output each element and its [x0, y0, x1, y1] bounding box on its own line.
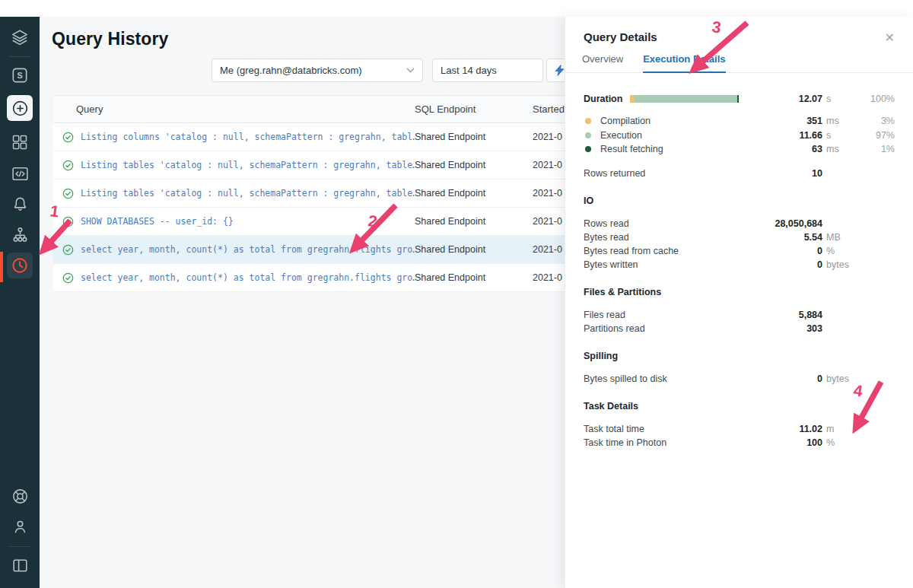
sidebar-divider: [9, 56, 30, 57]
panel-title: Query Details: [584, 30, 657, 43]
metric-value: 303: [806, 323, 822, 334]
app-window: S: [0, 17, 913, 588]
endpoint-cell: Shared Endpoint: [415, 272, 533, 283]
sidebar-divider: [9, 546, 30, 547]
metric-value: 11.02: [799, 424, 822, 434]
rows-returned-row: Rows returned 10: [584, 167, 895, 180]
plus-circle-icon: [9, 97, 30, 119]
metric-label: Execution: [600, 130, 642, 141]
metric-unit: %: [826, 246, 860, 256]
lightning-icon: [555, 65, 565, 76]
metric-label: Bytes spilled to disk: [584, 373, 667, 384]
result-fetching-dot-icon: [585, 146, 591, 152]
sql-persona-icon[interactable]: S: [9, 65, 30, 86]
metric-label: Result fetching: [600, 144, 663, 154]
duration-unit: s: [826, 94, 860, 104]
create-new-button[interactable]: [7, 95, 33, 121]
section-title-task-details: Task Details: [584, 401, 895, 415]
column-header-query: Query: [53, 103, 415, 115]
bar-segment-execution: [634, 95, 737, 103]
metric-value: 11.66: [799, 130, 822, 141]
compilation-dot-icon: [585, 118, 591, 124]
metric-row: Rows read 28,050,684: [584, 217, 895, 230]
success-check-icon: [62, 132, 75, 143]
metric-row: Files read 5,884: [584, 308, 895, 322]
success-check-icon: [62, 272, 75, 284]
metric-label: Rows returned: [584, 168, 645, 179]
date-range-select[interactable]: Last 14 days: [432, 59, 543, 82]
success-check-icon: [62, 244, 75, 256]
metric-row: Task time in Photon 100 %: [584, 436, 895, 450]
metric-unit: MB: [826, 232, 860, 243]
section-title-io: IO: [584, 195, 895, 209]
duration-value: 12.07: [799, 94, 822, 104]
dashboards-icon[interactable]: [9, 132, 30, 153]
metric-label: Files read: [584, 310, 625, 320]
query-text: Listing tables 'catalog : null, schemaPa…: [81, 188, 415, 199]
section-title-files-partitions: Files & Partitions: [584, 287, 895, 300]
endpoint-cell: Shared Endpoint: [415, 188, 533, 199]
metric-unit: %: [826, 437, 860, 448]
execution-dot-icon: [585, 132, 591, 138]
sql-editor-icon[interactable]: [9, 163, 30, 184]
metric-unit: bytes: [826, 373, 860, 384]
close-icon[interactable]: ✕: [885, 32, 895, 44]
metric-unit: bytes: [826, 259, 860, 270]
duration-label: Duration: [584, 94, 630, 104]
page-title: Query History: [52, 29, 168, 49]
user-filter-value: Me (greg.rahn@databricks.com): [220, 65, 362, 76]
databricks-logo-icon[interactable]: [9, 27, 30, 49]
duration-pct: 100%: [860, 94, 895, 104]
metric-row: Bytes spilled to disk 0 bytes: [584, 372, 895, 386]
metric-unit: ms: [826, 144, 860, 154]
svg-text:S: S: [17, 71, 22, 80]
data-lineage-icon[interactable]: [9, 224, 30, 245]
metric-label: Rows read: [584, 218, 629, 229]
panel-tabs: Overview Execution Details: [565, 53, 913, 73]
user-filter-select[interactable]: Me (greg.rahn@databricks.com): [212, 59, 423, 82]
metric-row: Task total time 11.02 m: [584, 422, 895, 436]
metric-value: 100: [806, 437, 822, 448]
metric-pct: 3%: [860, 116, 895, 126]
metric-value: 10: [812, 168, 822, 179]
metric-label: Bytes read: [584, 232, 629, 243]
tab-execution-details[interactable]: Execution Details: [643, 53, 725, 73]
metric-label: Partitions read: [584, 323, 645, 334]
metric-pct: 97%: [860, 130, 895, 141]
metric-label: Task time in Photon: [584, 437, 666, 448]
success-check-icon: [62, 188, 75, 199]
query-text: Listing columns 'catalog : null, schemaP…: [81, 132, 415, 142]
metric-row: Bytes read from cache 0 %: [584, 244, 895, 258]
clock-icon: [9, 255, 30, 276]
metric-value: 63: [812, 144, 822, 154]
metric-label: Task total time: [584, 424, 644, 434]
metric-pct: 1%: [860, 144, 895, 154]
metric-unit: m: [826, 424, 860, 434]
query-text: Listing tables 'catalog : null, schemaPa…: [81, 160, 415, 170]
metric-unit: s: [826, 130, 860, 141]
help-icon[interactable]: [9, 485, 30, 507]
metric-label: Bytes written: [584, 259, 638, 270]
account-user-icon[interactable]: [9, 516, 30, 537]
chevron-down-icon: [406, 68, 415, 73]
sidebar: S: [0, 17, 40, 588]
metric-value: 5.54: [804, 232, 822, 243]
metric-value: 0: [817, 259, 822, 270]
breakdown-row-compilation: Compilation 351 ms 3%: [584, 114, 895, 129]
collapse-panel-icon[interactable]: [9, 555, 30, 576]
tab-overview[interactable]: Overview: [582, 53, 623, 72]
endpoint-cell: Shared Endpoint: [415, 160, 533, 170]
section-title-spilling: Spilling: [584, 351, 895, 364]
metric-label: Compilation: [600, 116, 651, 126]
bar-segment-result-fetching: [737, 95, 739, 103]
metric-row: Bytes written 0 bytes: [584, 258, 895, 272]
metric-value: 28,050,684: [775, 218, 822, 229]
query-text: select year, month, count(*) as total fr…: [81, 244, 415, 255]
alerts-bell-icon[interactable]: [9, 193, 30, 215]
metric-value: 351: [806, 116, 822, 126]
endpoint-cell: Shared Endpoint: [415, 132, 533, 142]
query-text: SHOW DATABASES -- user_id: {}: [81, 216, 234, 227]
success-check-icon: [62, 160, 75, 171]
metric-value: 0: [817, 246, 822, 256]
query-history-button[interactable]: [7, 253, 33, 278]
